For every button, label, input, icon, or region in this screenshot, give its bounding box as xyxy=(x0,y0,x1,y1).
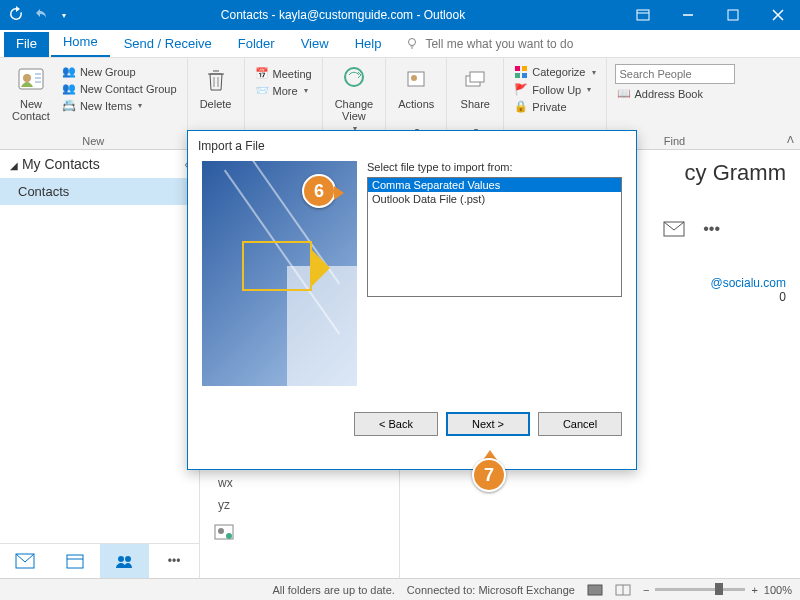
status-connection: Connected to: Microsoft Exchange xyxy=(407,584,575,596)
delete-label: Delete xyxy=(200,98,232,110)
new-items-button[interactable]: 📇New Items▾ xyxy=(60,98,179,113)
menu-tabs: File Home Send / Receive Folder View Hel… xyxy=(0,30,800,58)
maximize-button[interactable] xyxy=(710,0,755,30)
more-button[interactable]: 📨More▾ xyxy=(253,83,314,98)
cancel-button[interactable]: Cancel xyxy=(538,412,622,436)
tab-view[interactable]: View xyxy=(289,32,341,57)
tab-send-receive[interactable]: Send / Receive xyxy=(112,32,224,57)
people-icon: 👥 xyxy=(62,65,76,78)
private-button[interactable]: 🔒Private xyxy=(512,99,597,114)
alpha-yz[interactable]: yz xyxy=(200,494,399,516)
title-bar: ▾ Contacts - kayla@customguide.com - Out… xyxy=(0,0,800,30)
share-button[interactable]: Share▾ xyxy=(455,62,495,137)
lightbulb-icon xyxy=(405,37,419,51)
zoom-in-icon[interactable]: + xyxy=(751,584,757,596)
navigation-pane: ◢ My Contacts ‹ Contacts ••• xyxy=(0,150,200,578)
collapse-ribbon-icon[interactable]: ᐱ xyxy=(787,134,794,145)
svg-rect-0 xyxy=(637,10,649,20)
lock-icon: 🔒 xyxy=(514,100,528,113)
nav-more-icon[interactable]: ••• xyxy=(149,544,199,578)
new-items-label: New Items xyxy=(80,100,132,112)
svg-rect-26 xyxy=(522,73,527,78)
new-contact-group-label: New Contact Group xyxy=(80,83,177,95)
svg-point-10 xyxy=(23,74,31,82)
new-contact-icon xyxy=(15,64,47,96)
close-button[interactable] xyxy=(755,0,800,30)
actions-label: Actions xyxy=(398,98,434,110)
meeting-label: Meeting xyxy=(273,68,312,80)
address-book-label: Address Book xyxy=(635,88,703,100)
contact-group-icon: 👥 xyxy=(62,82,76,95)
tab-file[interactable]: File xyxy=(4,32,49,57)
followup-button[interactable]: 🚩Follow Up▾ xyxy=(512,82,597,97)
back-button[interactable]: < Back xyxy=(354,412,438,436)
svg-rect-3 xyxy=(728,10,738,20)
actions-icon xyxy=(400,64,432,96)
email-action-icon[interactable] xyxy=(663,221,685,237)
alpha-wx[interactable]: wx xyxy=(200,472,399,494)
svg-point-6 xyxy=(409,39,416,46)
tell-me[interactable]: Tell me what you want to do xyxy=(395,33,583,57)
svg-point-34 xyxy=(226,533,232,539)
flag-icon: 🚩 xyxy=(514,83,528,96)
zoom-out-icon[interactable]: − xyxy=(643,584,649,596)
tab-home[interactable]: Home xyxy=(51,30,110,57)
my-contacts-label: My Contacts xyxy=(22,156,100,172)
address-book-button[interactable]: 📖Address Book xyxy=(615,86,735,101)
contact-card-icon[interactable] xyxy=(200,516,399,548)
categorize-icon xyxy=(514,65,528,79)
option-csv[interactable]: Comma Separated Values xyxy=(368,178,621,192)
ribbon-display-options[interactable] xyxy=(620,0,665,30)
zoom-control[interactable]: − + 100% xyxy=(643,584,792,596)
option-pst[interactable]: Outlook Data File (.pst) xyxy=(368,192,621,206)
svg-point-30 xyxy=(118,556,124,562)
svg-rect-25 xyxy=(515,73,520,78)
minimize-button[interactable] xyxy=(665,0,710,30)
meeting-button[interactable]: 📅Meeting xyxy=(253,66,314,81)
svg-rect-23 xyxy=(515,66,520,71)
actions-button[interactable]: Actions▾ xyxy=(394,62,438,137)
calendar-nav-icon[interactable] xyxy=(50,544,100,578)
new-items-icon: 📇 xyxy=(62,99,76,112)
new-contact-button[interactable]: New Contact xyxy=(8,62,54,124)
file-type-listbox[interactable]: Comma Separated Values Outlook Data File… xyxy=(367,177,622,297)
people-nav-icon[interactable] xyxy=(100,544,150,578)
more-label: More xyxy=(273,85,298,97)
next-button[interactable]: Next > xyxy=(446,412,530,436)
tab-help[interactable]: Help xyxy=(343,32,394,57)
svg-rect-28 xyxy=(67,555,83,568)
undo-icon[interactable] xyxy=(34,6,50,25)
dialog-wizard-image xyxy=(202,161,357,386)
view-normal-icon[interactable] xyxy=(587,584,603,596)
more-actions-icon[interactable]: ••• xyxy=(703,220,720,238)
mail-nav-icon[interactable] xyxy=(0,544,50,578)
new-contact-label: New Contact xyxy=(12,98,50,122)
contacts-folder[interactable]: Contacts xyxy=(0,178,199,205)
view-reading-icon[interactable] xyxy=(615,584,631,596)
trash-icon xyxy=(200,64,232,96)
change-view-label: Change View xyxy=(335,98,374,122)
new-contact-group-button[interactable]: 👥New Contact Group xyxy=(60,81,179,96)
my-contacts-header[interactable]: ◢ My Contacts ‹ xyxy=(0,150,199,178)
categorize-button[interactable]: Categorize▾ xyxy=(512,64,597,80)
address-book-icon: 📖 xyxy=(617,87,631,100)
svg-point-33 xyxy=(218,528,224,534)
new-group-button[interactable]: 👥New Group xyxy=(60,64,179,79)
import-file-dialog: Import a File Select file type to import… xyxy=(187,130,637,470)
new-group-label: New Group xyxy=(80,66,136,78)
dialog-instruction: Select file type to import from: xyxy=(367,161,622,173)
share-label: Share xyxy=(461,98,490,110)
svg-point-18 xyxy=(345,68,363,86)
followup-label: Follow Up xyxy=(532,84,581,96)
delete-button[interactable]: Delete xyxy=(196,62,236,112)
zoom-level: 100% xyxy=(764,584,792,596)
change-view-button[interactable]: Change View▾ xyxy=(331,62,378,135)
zoom-slider[interactable] xyxy=(655,588,745,591)
status-folders: All folders are up to date. xyxy=(273,584,395,596)
tab-folder[interactable]: Folder xyxy=(226,32,287,57)
search-people-input[interactable] xyxy=(615,64,735,84)
status-bar: All folders are up to date. Connected to… xyxy=(0,578,800,600)
refresh-icon[interactable] xyxy=(8,6,24,25)
nav-footer: ••• xyxy=(0,543,199,578)
dialog-title: Import a File xyxy=(188,131,636,157)
